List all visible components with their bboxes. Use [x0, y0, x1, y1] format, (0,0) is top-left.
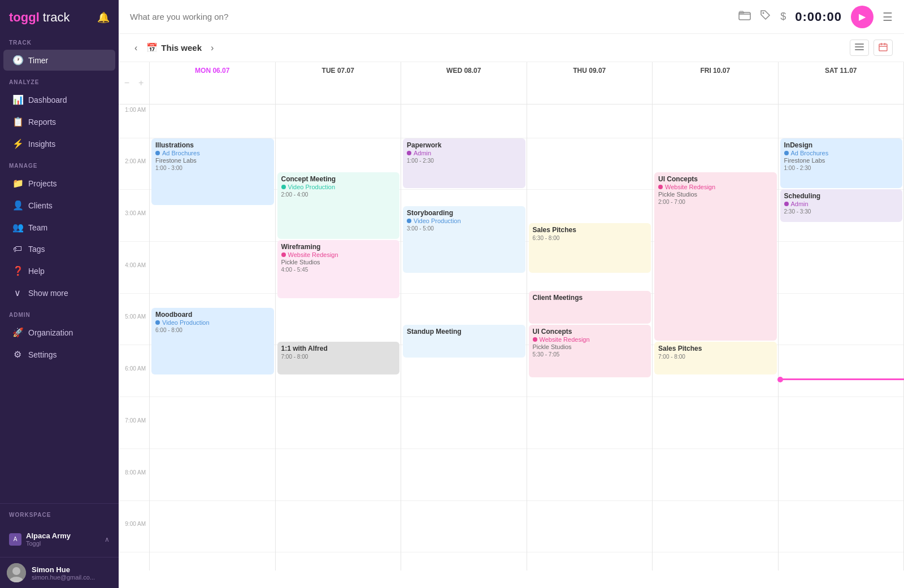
- event-project: Website Redesign: [658, 184, 773, 190]
- sidebar-dashboard-label: Dashboard: [28, 95, 67, 104]
- day-col-2-time-8[interactable]: [401, 519, 527, 570]
- hamburger-menu-icon[interactable]: ☰: [883, 10, 893, 24]
- svg-rect-3: [739, 12, 750, 20]
- topbar: $ 0:00:00 ▶ ☰: [119, 0, 904, 34]
- calendar-event[interactable]: Standup Meeting: [403, 325, 525, 358]
- time-gutter-header: − +: [119, 62, 150, 104]
- workspace-sub: Toggl: [26, 540, 71, 547]
- event-title: Sales Pitches: [533, 226, 647, 234]
- day-col-2-time-6[interactable]: [401, 415, 527, 467]
- folder-icon[interactable]: [738, 10, 751, 23]
- notification-bell-icon[interactable]: 🔔: [97, 11, 110, 24]
- calendar-event[interactable]: Client Meetings: [529, 291, 651, 324]
- calendar-event[interactable]: Paperwork Admin 1:00 - 2:30: [403, 138, 525, 188]
- plus-button[interactable]: +: [135, 75, 147, 92]
- manage-section-label: MANAGE: [0, 155, 119, 172]
- day-col-3-time-7[interactable]: [527, 467, 653, 519]
- day-col-2-time-7[interactable]: [401, 467, 527, 519]
- calendar-grid-area: − + MON 06.07TUE 07.07WED 08.07THU 09.07…: [119, 62, 904, 588]
- sidebar-item-organization[interactable]: 🚀 Organization: [3, 322, 115, 343]
- day-col-1-time-0[interactable]: [276, 104, 402, 156]
- calendar-event[interactable]: UI Concepts Website Redesign Pickle Stud…: [529, 325, 651, 377]
- day-col-3-time-6[interactable]: [527, 415, 653, 467]
- calendar-view-button[interactable]: [873, 40, 893, 56]
- sidebar-item-help[interactable]: ❓ Help: [3, 260, 115, 281]
- sidebar-item-tags[interactable]: 🏷 Tags: [3, 239, 115, 259]
- day-col-4-time-7[interactable]: [653, 467, 779, 519]
- calendar-event[interactable]: UI Concepts Website Redesign Pickle Stud…: [654, 172, 777, 341]
- main-content: $ 0:00:00 ▶ ☰ ‹ 📅 This week › − +: [119, 0, 904, 588]
- event-time: 5:30 - 7:05: [533, 351, 647, 358]
- day-col-0-time-2[interactable]: [150, 208, 276, 260]
- calendar-event[interactable]: InDesign Ad Brochures Firestone Labs1:00…: [780, 138, 903, 188]
- user-email: simon.hue@gmail.co...: [32, 574, 95, 581]
- sidebar-item-dashboard[interactable]: 📊 Dashboard: [3, 89, 115, 110]
- prev-week-button[interactable]: ‹: [130, 41, 142, 55]
- calendar-event[interactable]: 1:1 with Alfred7:00 - 8:00: [277, 342, 400, 374]
- day-col-4-time-8[interactable]: [653, 519, 779, 570]
- day-col-3-time-1[interactable]: [527, 156, 653, 208]
- day-col-5-time-7[interactable]: [779, 467, 905, 519]
- day-col-5-time-4[interactable]: [779, 311, 905, 363]
- week-label: This week: [161, 43, 202, 53]
- minus-button[interactable]: −: [121, 75, 133, 92]
- sidebar-item-settings[interactable]: ⚙ Settings: [3, 344, 115, 365]
- sidebar-item-insights[interactable]: ⚡ Insights: [3, 133, 115, 154]
- dollar-icon[interactable]: $: [780, 11, 786, 23]
- sidebar-item-timer[interactable]: 🕐 Timer: [3, 50, 115, 71]
- day-col-0-time-6[interactable]: [150, 415, 276, 467]
- event-time: 6:00 - 8:00: [155, 327, 270, 333]
- sidebar-item-reports[interactable]: 📋 Reports: [3, 111, 115, 132]
- day-col-5-time-5[interactable]: [779, 363, 905, 415]
- sidebar-item-projects[interactable]: 📁 Projects: [3, 173, 115, 194]
- sidebar: toggl track 🔔 TRACK 🕐 Timer ANALYZE 📊 Da…: [0, 0, 119, 588]
- svg-point-1: [12, 567, 20, 575]
- calendar-event[interactable]: Storyboarding Video Production 3:00 - 5:…: [403, 206, 525, 273]
- dashboard-icon: 📊: [12, 94, 23, 105]
- svg-rect-8: [879, 44, 887, 51]
- day-col-3-time-8[interactable]: [527, 519, 653, 570]
- calendar-event[interactable]: Illustrations Ad Brochures Firestone Lab…: [151, 138, 274, 205]
- time-slot-3: 4:00 AM: [119, 260, 150, 312]
- day-col-3-time-0[interactable]: [527, 104, 653, 156]
- sidebar-item-team[interactable]: 👥 Team: [3, 217, 115, 238]
- list-view-button[interactable]: [850, 40, 869, 56]
- calendar-event[interactable]: Scheduling Admin 2:30 - 3:30: [780, 189, 903, 222]
- event-title: UI Concepts: [533, 328, 647, 336]
- calendar-event[interactable]: Wireframing Website Redesign Pickle Stud…: [277, 240, 400, 298]
- next-week-button[interactable]: ›: [206, 41, 218, 55]
- event-project: Video Production: [155, 319, 270, 326]
- timer-description-input[interactable]: [130, 12, 732, 21]
- day-col-5-time-8[interactable]: [779, 519, 905, 570]
- play-button[interactable]: ▶: [851, 6, 873, 28]
- sidebar-item-clients[interactable]: 👤 Clients: [3, 195, 115, 216]
- clock-icon: 🕐: [12, 55, 23, 66]
- chevron-down-icon: ∨: [12, 288, 23, 298]
- day-col-0-time-3[interactable]: [150, 260, 276, 312]
- day-col-5-time-3[interactable]: [779, 260, 905, 312]
- calendar-event[interactable]: Sales Pitches7:00 - 8:00: [654, 342, 777, 374]
- event-title: Moodboard: [155, 311, 270, 319]
- calendar-event[interactable]: Moodboard Video Production 6:00 - 8:00: [151, 308, 274, 374]
- day-col-1-time-6[interactable]: [276, 415, 402, 467]
- event-time: 7:00 - 8:00: [658, 354, 773, 360]
- track-section-label: TRACK: [0, 32, 119, 49]
- day-col-4-time-0[interactable]: [653, 104, 779, 156]
- day-col-0-time-8[interactable]: [150, 519, 276, 570]
- workspace-name: Alpaca Army: [26, 532, 71, 540]
- workspace-item[interactable]: A Alpaca Army Toggl ∧: [3, 527, 115, 551]
- calendar-event[interactable]: Concept Meeting Video Production 2:00 - …: [277, 172, 400, 239]
- day-col-2-time-5[interactable]: [401, 363, 527, 415]
- day-header-5: SAT 11.07: [779, 62, 905, 104]
- tag-icon[interactable]: [760, 10, 771, 24]
- day-col-0-time-7[interactable]: [150, 467, 276, 519]
- analyze-section-label: ANALYZE: [0, 71, 119, 89]
- event-project: Video Production: [281, 184, 396, 190]
- day-col-1-time-8[interactable]: [276, 519, 402, 570]
- day-col-4-time-6[interactable]: [653, 415, 779, 467]
- calendar-event[interactable]: Sales Pitches6:30 - 8:00: [529, 223, 651, 273]
- day-header-2: WED 08.07: [401, 62, 527, 104]
- day-col-5-time-6[interactable]: [779, 415, 905, 467]
- day-col-1-time-7[interactable]: [276, 467, 402, 519]
- sidebar-item-show-more[interactable]: ∨ Show more: [3, 282, 115, 303]
